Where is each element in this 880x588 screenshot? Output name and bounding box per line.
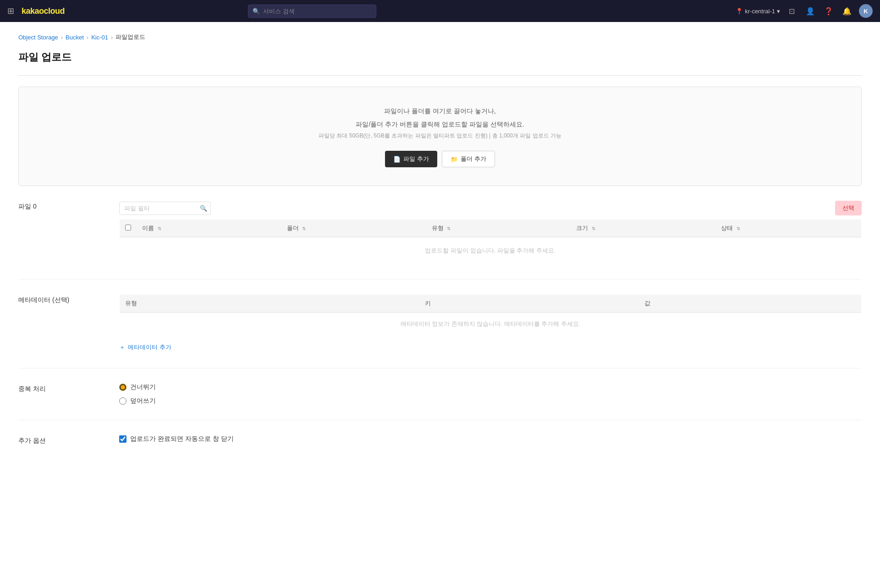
duplicate-skip-radio[interactable]	[119, 384, 126, 391]
duplicate-skip-label: 건너뛰기	[130, 383, 156, 391]
dropzone[interactable]: 파일이나 폴더를 여기로 끌어다 놓거나, 파일/폴더 추가 버튼을 클릭해 업…	[18, 87, 862, 186]
duplicate-overwrite-label: 덮어쓰기	[130, 397, 156, 405]
duplicate-radio-group: 건너뛰기 덮어쓰기	[119, 383, 862, 405]
table-header-size[interactable]: 크기 ⇅	[571, 220, 715, 237]
search-bar: 🔍	[248, 5, 376, 18]
folder-icon: 📁	[451, 156, 458, 163]
monitor-icon[interactable]: ⊡	[786, 5, 798, 17]
table-header-type[interactable]: 유형 ⇅	[426, 220, 571, 237]
metadata-empty-message: 메타데이터 정보가 존재하지 않습니다. 메타데이터를 추가해 주세요.	[120, 313, 862, 336]
breadcrumb-object-storage[interactable]: Object Storage	[18, 34, 58, 41]
topnav-right: 📍 kr-central-1 ▾ ⊡ 👤 ❓ 🔔 K	[736, 4, 873, 18]
duplicate-section-label: 중복 처리	[18, 383, 101, 405]
auto-close-label: 업로드가 완료되면 자동으로 창 닫기	[130, 435, 234, 443]
extra-options-content: 업로드가 완료되면 자동으로 창 닫기	[119, 435, 862, 445]
dropzone-buttons: 📄 파일 추가 📁 폴더 추가	[28, 151, 852, 167]
grid-icon[interactable]: ⊞	[7, 6, 14, 16]
chevron-down-icon: ▾	[777, 8, 780, 15]
extra-options-label: 추가 옵션	[18, 435, 101, 445]
top-navigation: ⊞ kakaocloud 🔍 📍 kr-central-1 ▾ ⊡ 👤 ❓ 🔔 …	[0, 0, 880, 22]
files-section-label: 파일 0	[18, 201, 101, 264]
title-divider	[18, 75, 862, 76]
add-icon: ＋	[119, 343, 125, 352]
duplicate-section-content: 건너뛰기 덮어쓰기	[119, 383, 862, 405]
table-header-name[interactable]: 이름 ⇅	[137, 220, 281, 237]
main-content: Object Storage › Bucket › Kic-01 › 파일업로드…	[0, 22, 880, 588]
dropzone-text-line2: 파일/폴더 추가 버튼을 클릭해 업로드할 파일을 선택하세요.	[28, 119, 852, 130]
file-icon: 📄	[393, 156, 401, 163]
sort-name-icon: ⇅	[158, 226, 161, 231]
auto-close-option[interactable]: 업로드가 완료되면 자동으로 창 닫기	[119, 435, 862, 443]
metadata-table: 유형 키 값 메타데이터 정보가 존재하지 않습니다. 메타데이터를 추가해 주…	[119, 294, 862, 336]
search-input[interactable]	[248, 5, 376, 18]
duplicate-overwrite-radio[interactable]	[119, 397, 126, 405]
metadata-section-content: 유형 키 값 메타데이터 정보가 존재하지 않습니다. 메타데이터를 추가해 주…	[119, 294, 862, 353]
avatar[interactable]: K	[859, 4, 873, 18]
metadata-header-type: 유형	[120, 295, 419, 313]
files-filter-bar: 🔍 선택	[119, 201, 862, 215]
select-all-checkbox[interactable]	[125, 225, 131, 231]
auto-close-checkbox[interactable]	[119, 435, 126, 443]
duplicate-section: 중복 처리 건너뛰기 덮어쓰기	[18, 383, 862, 420]
breadcrumb-sep-3: ›	[111, 34, 113, 41]
add-file-label: 파일 추가	[403, 155, 429, 163]
table-header-checkbox	[120, 220, 137, 237]
sort-status-icon: ⇅	[737, 226, 740, 231]
location-icon: 📍	[736, 8, 743, 15]
table-empty-message: 업로드할 파일이 없습니다. 파일을 추가해 주세요.	[120, 237, 862, 264]
table-empty-row: 업로드할 파일이 없습니다. 파일을 추가해 주세요.	[120, 237, 862, 264]
metadata-header-key: 키	[419, 295, 639, 313]
add-folder-label: 폴더 추가	[461, 155, 486, 163]
breadcrumb: Object Storage › Bucket › Kic-01 › 파일업로드	[18, 33, 862, 41]
metadata-section: 메타데이터 (선택) 유형 키 값 메타데이터 정보가 존재하지 않습니다. 메…	[18, 294, 862, 368]
logo: kakaocloud	[22, 6, 65, 16]
sort-size-icon: ⇅	[592, 226, 595, 231]
add-metadata-button[interactable]: ＋ 메타데이터 추가	[119, 341, 171, 353]
dropzone-text-line1: 파일이나 폴더를 여기로 끌어다 놓거나,	[28, 105, 852, 117]
file-filter-wrap: 🔍	[119, 202, 211, 215]
region-label: kr-central-1	[745, 8, 775, 15]
add-folder-button[interactable]: 📁 폴더 추가	[442, 151, 495, 167]
notification-icon[interactable]: 🔔	[841, 5, 853, 17]
search-icon: 🔍	[253, 8, 260, 15]
sort-folder-icon: ⇅	[302, 226, 306, 231]
breadcrumb-kic01[interactable]: Kic-01	[91, 34, 108, 41]
breadcrumb-current: 파일업로드	[116, 33, 145, 41]
add-file-button[interactable]: 📄 파일 추가	[385, 151, 437, 167]
upload-action-button[interactable]: 선택	[835, 201, 862, 215]
help-icon[interactable]: ❓	[822, 5, 835, 17]
metadata-header-value: 값	[639, 295, 862, 313]
breadcrumb-sep-2: ›	[87, 34, 88, 41]
duplicate-skip-option[interactable]: 건너뛰기	[119, 383, 862, 391]
filter-search-icon: 🔍	[200, 205, 207, 212]
file-filter-input[interactable]	[119, 202, 211, 215]
metadata-section-label: 메타데이터 (선택)	[18, 294, 101, 353]
person-icon[interactable]: 👤	[804, 5, 817, 17]
files-section: 파일 0 🔍 선택 이름 ⇅	[18, 201, 862, 280]
extra-options-section: 추가 옵션 업로드가 완료되면 자동으로 창 닫기	[18, 435, 862, 445]
breadcrumb-sep-1: ›	[61, 34, 63, 41]
files-section-content: 🔍 선택 이름 ⇅ 폴더	[119, 201, 862, 264]
page-title: 파일 업로드	[18, 50, 862, 64]
metadata-empty-row: 메타데이터 정보가 존재하지 않습니다. 메타데이터를 추가해 주세요.	[120, 313, 862, 336]
dropzone-text-sub: 파일당 최대 50GB(단, 5GB를 초과하는 파일은 멀티파트 업로드 진행…	[28, 132, 852, 140]
breadcrumb-bucket[interactable]: Bucket	[66, 34, 84, 41]
sort-type-icon: ⇅	[447, 226, 451, 231]
files-table: 이름 ⇅ 폴더 ⇅ 유형 ⇅ 크기 ⇅	[119, 219, 862, 264]
table-header-folder[interactable]: 폴더 ⇅	[281, 220, 426, 237]
table-header-status[interactable]: 상태 ⇅	[715, 220, 861, 237]
region-selector[interactable]: 📍 kr-central-1 ▾	[736, 8, 780, 15]
add-metadata-label: 메타데이터 추가	[128, 343, 171, 352]
duplicate-overwrite-option[interactable]: 덮어쓰기	[119, 397, 862, 405]
